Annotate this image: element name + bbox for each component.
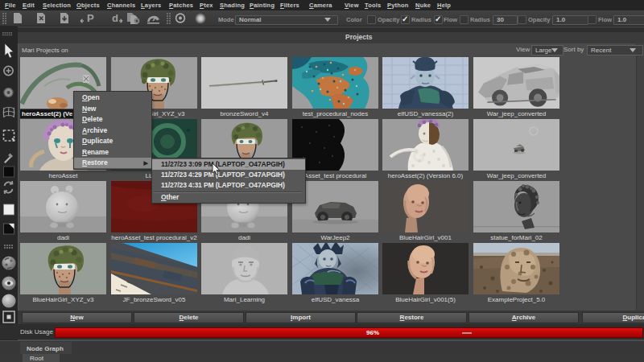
svg-text:d: d	[112, 12, 118, 24]
svg-text:P: P	[87, 12, 94, 24]
